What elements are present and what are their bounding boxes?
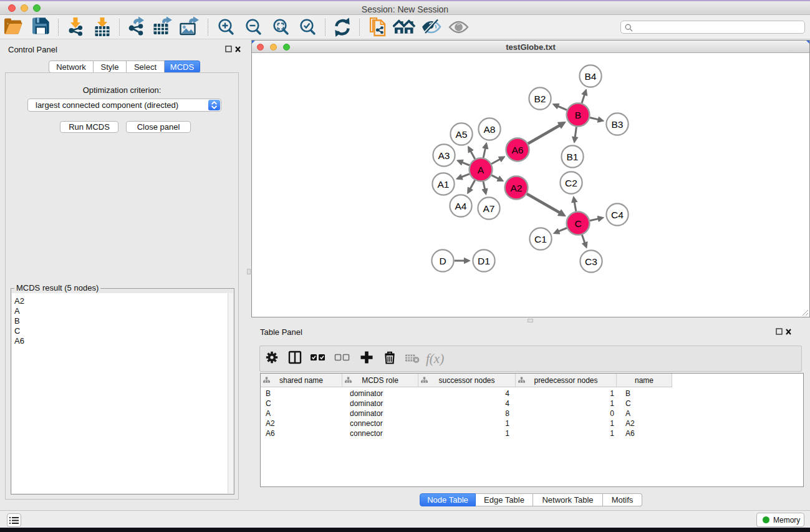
svg-text:C1: C1 (534, 234, 547, 244)
svg-text:D: D (439, 256, 446, 266)
svg-text:A: A (478, 165, 485, 175)
svg-text:C2: C2 (565, 178, 577, 188)
svg-text:D1: D1 (478, 256, 490, 266)
svg-text:A3: A3 (438, 150, 450, 161)
svg-text:A7: A7 (483, 203, 495, 214)
svg-text:A6: A6 (512, 145, 524, 155)
svg-text:B2: B2 (534, 94, 546, 104)
svg-text:B: B (575, 110, 581, 120)
svg-text:C: C (574, 218, 581, 229)
svg-text:A8: A8 (484, 124, 496, 135)
svg-text:B3: B3 (612, 119, 624, 130)
svg-text:A2: A2 (511, 183, 523, 193)
svg-text:A4: A4 (455, 201, 467, 211)
svg-text:B1: B1 (567, 152, 579, 162)
svg-text:C3: C3 (585, 256, 597, 267)
svg-text:C4: C4 (611, 210, 624, 220)
svg-text:B4: B4 (585, 71, 597, 82)
svg-text:A1: A1 (438, 179, 450, 190)
svg-text:A5: A5 (456, 129, 468, 140)
